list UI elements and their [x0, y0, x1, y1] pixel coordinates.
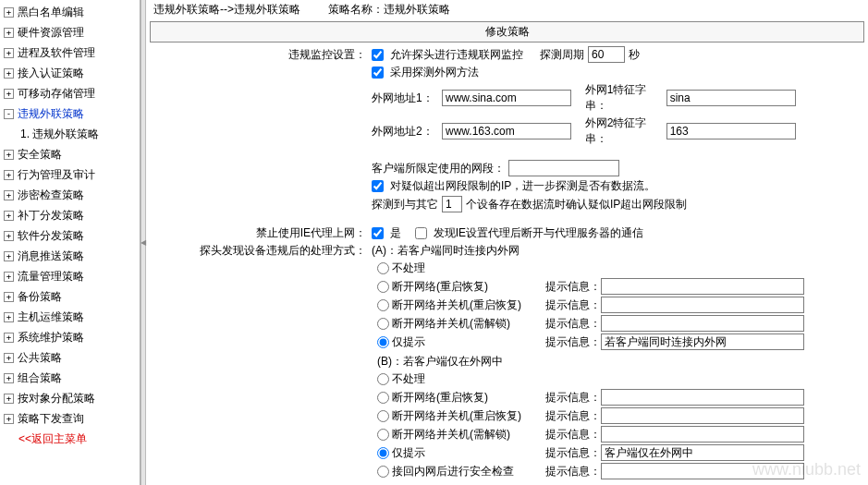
scenario-b-label: (B)：若客户端仅在外网中 — [377, 354, 864, 370]
detect-method-checkbox[interactable] — [372, 67, 384, 79]
sidebar-item-18[interactable]: +组合策略 — [0, 368, 140, 388]
expand-icon[interactable]: + — [4, 190, 14, 200]
expand-icon[interactable]: + — [4, 272, 14, 282]
collapse-icon[interactable]: - — [4, 109, 14, 119]
a-disc-shut-unlock-radio[interactable] — [377, 318, 389, 330]
client-seg-input[interactable] — [508, 160, 619, 176]
sidebar-item-7[interactable]: +安全策略 — [0, 144, 140, 164]
b-disc-shut-restore-radio[interactable] — [377, 410, 389, 422]
sidebar-item-14[interactable]: +备份策略 — [0, 286, 140, 307]
sidebar-item-label: 进程及软件管理 — [18, 44, 95, 61]
sidebar-item-label: 主机运维策略 — [18, 309, 84, 325]
return-main-menu-link[interactable]: <<返回主菜单 — [0, 429, 140, 449]
breadcrumb: 违规外联策略-->违规外联策略 — [153, 2, 300, 18]
expand-icon[interactable]: + — [4, 7, 14, 18]
sidebar-item-3[interactable]: +接入认证策略 — [0, 63, 140, 83]
a-disc-shut-restore-label: 断开网络并关机(重启恢复) — [392, 297, 521, 313]
suspect-probe-checkbox[interactable] — [372, 180, 384, 192]
sidebar-item-10[interactable]: +补丁分发策略 — [0, 205, 140, 225]
sidebar-item-16[interactable]: +系统维护策略 — [0, 327, 140, 347]
expand-icon[interactable]: + — [4, 231, 14, 241]
expand-icon[interactable]: + — [4, 28, 14, 38]
sidebar-item-1[interactable]: +硬件资源管理 — [0, 22, 140, 42]
sidebar-item-20[interactable]: +策略下发查询 — [0, 408, 140, 429]
b-hint-input-2[interactable] — [601, 407, 804, 424]
sidebar-item-label: 软件分发策略 — [18, 227, 84, 244]
sidebar-item-0[interactable]: +黑白名单编辑 — [0, 2, 140, 22]
sidebar-item-label: 按对象分配策略 — [18, 390, 95, 406]
sidebar-item-label: 黑白名单编辑 — [18, 4, 84, 20]
a-disc-shut-restore-radio[interactable] — [377, 299, 389, 311]
monitor-label: 违规监控设置： — [150, 47, 372, 63]
sidebar-item-label: 系统维护策略 — [18, 329, 84, 346]
ie-proxy-disc-checkbox[interactable] — [415, 227, 427, 239]
expand-icon[interactable]: + — [4, 394, 14, 404]
ie-proxy-label: 禁止使用IE代理上网： — [150, 225, 372, 241]
expand-icon[interactable]: + — [4, 414, 14, 424]
ie-proxy-yes-checkbox[interactable] — [372, 227, 384, 239]
sidebar-item-19[interactable]: +按对象分配策略 — [0, 388, 140, 408]
b-none-radio[interactable] — [377, 373, 389, 385]
sidebar-item-12[interactable]: +消息推送策略 — [0, 246, 140, 266]
sidebar-item-label: 硬件资源管理 — [18, 24, 84, 41]
sidebar-item-label: 公共策略 — [18, 349, 62, 366]
sidebar-item-8[interactable]: +行为管理及审计 — [0, 164, 140, 185]
confirm-count-input[interactable] — [442, 196, 462, 212]
addr2-input[interactable] — [442, 123, 571, 139]
a-hint-input-3[interactable] — [601, 315, 804, 332]
b-disc-shut-restore-label: 断开网络并关机(重启恢复) — [392, 408, 521, 424]
allow-probe-checkbox[interactable] — [372, 49, 384, 61]
b-hint-input-3[interactable] — [601, 426, 804, 443]
a-none-label: 不处理 — [392, 261, 425, 276]
addr1-input[interactable] — [442, 90, 571, 106]
sidebar-item-15[interactable]: +主机运维策略 — [0, 307, 140, 327]
policy-name-value: 违规外联策略 — [384, 3, 450, 16]
sidebar: +黑白名单编辑+硬件资源管理+进程及软件管理+接入认证策略+可移动存储管理-违规… — [0, 0, 141, 485]
sidebar-item-2[interactable]: +进程及软件管理 — [0, 42, 140, 63]
feat1-input[interactable] — [666, 90, 796, 106]
probe-period-label: 探测周期 — [540, 47, 584, 63]
probe-period-input[interactable] — [588, 46, 625, 63]
a-hint-input-1[interactable] — [601, 278, 804, 295]
ie-proxy-yes-label: 是 — [390, 225, 401, 241]
violation-action-label: 探头发现设备违规后的处理方式： — [150, 243, 372, 259]
a-hint-input-2[interactable] — [601, 297, 804, 313]
b-hint-only-radio[interactable] — [377, 447, 389, 459]
policy-name-label: 策略名称： — [328, 3, 384, 16]
expand-icon[interactable]: + — [4, 353, 14, 363]
sidebar-item-label: 1. 违规外联策略 — [20, 126, 99, 142]
feat2-input[interactable] — [666, 123, 796, 139]
expand-icon[interactable]: + — [4, 150, 14, 160]
sidebar-item-5[interactable]: -违规外联策略 — [0, 103, 140, 124]
expand-icon[interactable]: + — [4, 48, 14, 58]
b-hint-input-4[interactable] — [601, 444, 804, 461]
a-hint-input-4[interactable] — [601, 333, 804, 350]
a-none-radio[interactable] — [377, 262, 389, 274]
sidebar-item-9[interactable]: +涉密检查策略 — [0, 185, 140, 205]
b-hint-label-3: 提示信息： — [545, 427, 601, 443]
b-accept-sec-radio[interactable] — [377, 466, 389, 478]
allow-probe-label: 允许探头进行违规联网监控 — [390, 47, 523, 63]
b-hint-input-5[interactable] — [601, 463, 804, 479]
sidebar-item-4[interactable]: +可移动存储管理 — [0, 83, 140, 103]
b-disc-shut-unlock-radio[interactable] — [377, 429, 389, 441]
expand-icon[interactable]: + — [4, 68, 14, 79]
sidebar-item-6[interactable]: 1. 违规外联策略 — [0, 124, 140, 144]
expand-icon[interactable]: + — [4, 373, 14, 383]
b-hint-input-1[interactable] — [601, 389, 804, 406]
expand-icon[interactable]: + — [4, 312, 14, 322]
expand-icon[interactable]: + — [4, 89, 14, 99]
expand-icon[interactable]: + — [4, 292, 14, 302]
sidebar-item-17[interactable]: +公共策略 — [0, 347, 140, 368]
expand-icon[interactable]: + — [4, 211, 14, 221]
sidebar-item-11[interactable]: +软件分发策略 — [0, 225, 140, 246]
sidebar-item-label: 涉密检查策略 — [18, 187, 84, 203]
expand-icon[interactable]: + — [4, 251, 14, 261]
expand-icon[interactable]: + — [4, 333, 14, 343]
expand-icon[interactable]: + — [4, 170, 14, 180]
b-disc-restore-radio[interactable] — [377, 392, 389, 404]
a-hint-only-radio[interactable] — [377, 336, 389, 348]
sidebar-item-13[interactable]: +流量管理策略 — [0, 266, 140, 286]
a-disc-restore-radio[interactable] — [377, 281, 389, 293]
sidebar-item-label: 可移动存储管理 — [18, 85, 95, 102]
